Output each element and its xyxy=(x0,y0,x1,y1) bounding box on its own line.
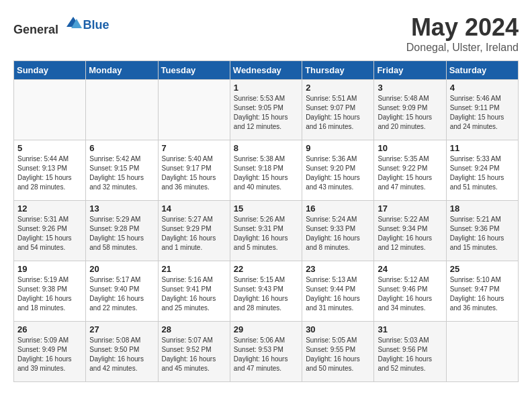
logo-general: General xyxy=(13,23,58,36)
title-block: May 2024 Donegal, Ulster, Ireland xyxy=(406,13,519,54)
day-number: 14 xyxy=(162,203,226,214)
calendar-week-row: 19Sunrise: 5:19 AM Sunset: 9:38 PM Dayli… xyxy=(14,261,519,322)
day-info: Sunrise: 5:06 AM Sunset: 9:53 PM Dayligh… xyxy=(234,336,298,373)
day-number: 28 xyxy=(162,324,226,334)
day-number: 27 xyxy=(89,324,154,334)
day-info: Sunrise: 5:35 AM Sunset: 9:22 PM Dayligh… xyxy=(378,154,442,192)
day-info: Sunrise: 5:46 AM Sunset: 9:11 PM Dayligh… xyxy=(450,94,515,132)
day-number: 4 xyxy=(450,83,515,93)
weekday-header: Friday xyxy=(374,61,446,80)
calendar-table: SundayMondayTuesdayWednesdayThursdayFrid… xyxy=(13,60,519,382)
calendar-cell: 1Sunrise: 5:53 AM Sunset: 9:05 PM Daylig… xyxy=(230,80,302,140)
day-number: 6 xyxy=(89,143,154,153)
day-number: 8 xyxy=(234,143,298,153)
calendar-cell: 7Sunrise: 5:40 AM Sunset: 9:17 PM Daylig… xyxy=(158,140,230,201)
calendar-cell: 23Sunrise: 5:13 AM Sunset: 9:44 PM Dayli… xyxy=(302,261,374,322)
day-number: 15 xyxy=(234,203,298,214)
day-info: Sunrise: 5:26 AM Sunset: 9:31 PM Dayligh… xyxy=(234,215,298,253)
day-number: 26 xyxy=(17,324,82,334)
calendar-cell: 4Sunrise: 5:46 AM Sunset: 9:11 PM Daylig… xyxy=(446,80,518,140)
day-info: Sunrise: 5:53 AM Sunset: 9:05 PM Dayligh… xyxy=(234,94,298,132)
day-number: 24 xyxy=(378,264,442,274)
calendar-cell: 28Sunrise: 5:07 AM Sunset: 9:52 PM Dayli… xyxy=(158,322,230,382)
day-info: Sunrise: 5:40 AM Sunset: 9:17 PM Dayligh… xyxy=(162,154,226,192)
day-number: 10 xyxy=(378,143,442,153)
day-info: Sunrise: 5:13 AM Sunset: 9:44 PM Dayligh… xyxy=(306,275,370,313)
calendar-week-row: 1Sunrise: 5:53 AM Sunset: 9:05 PM Daylig… xyxy=(14,80,519,140)
weekday-header: Sunday xyxy=(14,61,86,80)
calendar-cell: 16Sunrise: 5:24 AM Sunset: 9:33 PM Dayli… xyxy=(302,201,374,261)
calendar-cell: 17Sunrise: 5:22 AM Sunset: 9:34 PM Dayli… xyxy=(374,201,446,261)
calendar-body: 1Sunrise: 5:53 AM Sunset: 9:05 PM Daylig… xyxy=(14,80,519,382)
weekday-header: Saturday xyxy=(446,61,518,80)
day-number: 20 xyxy=(89,264,154,274)
day-number: 16 xyxy=(306,203,370,214)
day-info: Sunrise: 5:17 AM Sunset: 9:40 PM Dayligh… xyxy=(89,275,154,313)
calendar-header-row: SundayMondayTuesdayWednesdayThursdayFrid… xyxy=(14,61,519,80)
calendar-cell: 26Sunrise: 5:09 AM Sunset: 9:49 PM Dayli… xyxy=(14,322,86,382)
day-number: 19 xyxy=(17,264,82,274)
day-number: 23 xyxy=(306,264,370,274)
day-number: 17 xyxy=(378,203,442,214)
weekday-header: Monday xyxy=(86,61,158,80)
day-info: Sunrise: 5:10 AM Sunset: 9:47 PM Dayligh… xyxy=(450,275,515,313)
day-number: 30 xyxy=(306,324,370,334)
calendar-cell: 19Sunrise: 5:19 AM Sunset: 9:38 PM Dayli… xyxy=(14,261,86,322)
day-info: Sunrise: 5:22 AM Sunset: 9:34 PM Dayligh… xyxy=(378,215,442,253)
day-number: 22 xyxy=(234,264,298,274)
calendar-cell xyxy=(86,80,158,140)
day-info: Sunrise: 5:19 AM Sunset: 9:38 PM Dayligh… xyxy=(17,275,82,313)
day-number: 31 xyxy=(378,324,442,334)
weekday-header: Tuesday xyxy=(158,61,230,80)
calendar-cell xyxy=(446,322,518,382)
day-info: Sunrise: 5:24 AM Sunset: 9:33 PM Dayligh… xyxy=(306,215,370,253)
day-number: 25 xyxy=(450,264,515,274)
calendar-cell: 11Sunrise: 5:33 AM Sunset: 9:24 PM Dayli… xyxy=(446,140,518,201)
day-info: Sunrise: 5:36 AM Sunset: 9:20 PM Dayligh… xyxy=(306,154,370,192)
day-number: 5 xyxy=(17,143,82,153)
day-info: Sunrise: 5:42 AM Sunset: 9:15 PM Dayligh… xyxy=(89,154,154,192)
calendar-cell: 29Sunrise: 5:06 AM Sunset: 9:53 PM Dayli… xyxy=(230,322,302,382)
day-number: 29 xyxy=(234,324,298,334)
day-number: 2 xyxy=(306,83,370,93)
calendar-cell xyxy=(158,80,230,140)
day-info: Sunrise: 5:09 AM Sunset: 9:49 PM Dayligh… xyxy=(17,336,82,373)
calendar-cell: 8Sunrise: 5:38 AM Sunset: 9:18 PM Daylig… xyxy=(230,140,302,201)
calendar-cell: 30Sunrise: 5:05 AM Sunset: 9:55 PM Dayli… xyxy=(302,322,374,382)
day-info: Sunrise: 5:21 AM Sunset: 9:36 PM Dayligh… xyxy=(450,215,515,253)
calendar-cell: 21Sunrise: 5:16 AM Sunset: 9:41 PM Dayli… xyxy=(158,261,230,322)
day-info: Sunrise: 5:48 AM Sunset: 9:09 PM Dayligh… xyxy=(378,94,442,132)
weekday-header: Wednesday xyxy=(230,61,302,80)
weekday-header: Thursday xyxy=(302,61,374,80)
calendar-cell: 31Sunrise: 5:03 AM Sunset: 9:56 PM Dayli… xyxy=(374,322,446,382)
calendar-cell: 6Sunrise: 5:42 AM Sunset: 9:15 PM Daylig… xyxy=(86,140,158,201)
day-number: 7 xyxy=(162,143,226,153)
calendar-cell: 15Sunrise: 5:26 AM Sunset: 9:31 PM Dayli… xyxy=(230,201,302,261)
day-number: 3 xyxy=(378,83,442,93)
calendar-cell: 9Sunrise: 5:36 AM Sunset: 9:20 PM Daylig… xyxy=(302,140,374,201)
logo-icon xyxy=(63,13,83,34)
day-info: Sunrise: 5:05 AM Sunset: 9:55 PM Dayligh… xyxy=(306,336,370,373)
calendar-week-row: 12Sunrise: 5:31 AM Sunset: 9:26 PM Dayli… xyxy=(14,201,519,261)
day-number: 9 xyxy=(306,143,370,153)
day-info: Sunrise: 5:07 AM Sunset: 9:52 PM Dayligh… xyxy=(162,336,226,373)
page-header: General Blue May 2024 Donegal, Ulster, I… xyxy=(13,13,519,54)
day-number: 13 xyxy=(89,203,154,214)
calendar-cell: 25Sunrise: 5:10 AM Sunset: 9:47 PM Dayli… xyxy=(446,261,518,322)
day-number: 1 xyxy=(234,83,298,93)
day-number: 12 xyxy=(17,203,82,214)
calendar-week-row: 5Sunrise: 5:44 AM Sunset: 9:13 PM Daylig… xyxy=(14,140,519,201)
calendar-cell: 18Sunrise: 5:21 AM Sunset: 9:36 PM Dayli… xyxy=(446,201,518,261)
calendar-cell: 14Sunrise: 5:27 AM Sunset: 9:29 PM Dayli… xyxy=(158,201,230,261)
day-number: 21 xyxy=(162,264,226,274)
calendar-cell: 24Sunrise: 5:12 AM Sunset: 9:46 PM Dayli… xyxy=(374,261,446,322)
day-info: Sunrise: 5:31 AM Sunset: 9:26 PM Dayligh… xyxy=(17,215,82,253)
calendar-cell: 22Sunrise: 5:15 AM Sunset: 9:43 PM Dayli… xyxy=(230,261,302,322)
day-info: Sunrise: 5:16 AM Sunset: 9:41 PM Dayligh… xyxy=(162,275,226,313)
calendar-cell: 13Sunrise: 5:29 AM Sunset: 9:28 PM Dayli… xyxy=(86,201,158,261)
day-info: Sunrise: 5:38 AM Sunset: 9:18 PM Dayligh… xyxy=(234,154,298,192)
day-info: Sunrise: 5:08 AM Sunset: 9:50 PM Dayligh… xyxy=(89,336,154,373)
day-info: Sunrise: 5:12 AM Sunset: 9:46 PM Dayligh… xyxy=(378,275,442,313)
day-info: Sunrise: 5:03 AM Sunset: 9:56 PM Dayligh… xyxy=(378,336,442,373)
calendar-cell: 2Sunrise: 5:51 AM Sunset: 9:07 PM Daylig… xyxy=(302,80,374,140)
